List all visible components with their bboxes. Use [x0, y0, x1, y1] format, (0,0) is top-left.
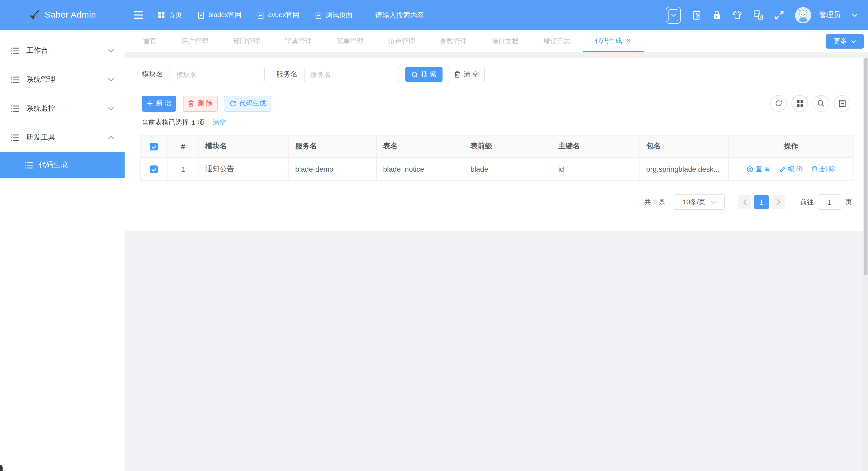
tool-button[interactable]	[692, 10, 702, 20]
page-size-select[interactable]: 10条/页	[674, 194, 725, 210]
more-tabs-button[interactable]: 更多	[826, 34, 864, 49]
user-avatar[interactable]	[795, 7, 811, 23]
tab-menu-management[interactable]: 菜单管理	[324, 30, 376, 52]
delete-icon	[811, 165, 818, 173]
add-button[interactable]: 新 增	[142, 95, 176, 112]
column-header-primary-key: 主键名	[552, 135, 640, 157]
sidebar-item-label: 工作台	[26, 46, 48, 55]
tab-parameter-management[interactable]: 参数管理	[428, 30, 479, 52]
search-button[interactable]: 搜 索	[405, 67, 442, 82]
tab-label: 接口文档	[492, 36, 519, 46]
module-name-input[interactable]	[169, 67, 265, 82]
username-label[interactable]: 管理员	[819, 10, 841, 20]
table-header-row: # 模块名 服务名 表名 表前缀 主键名 包名 操作	[141, 135, 853, 157]
tab-code-generation-active[interactable]: 代码生成 ✕	[583, 30, 644, 52]
brand-title: Saber Admin	[44, 10, 96, 20]
code-generate-button[interactable]: 代码生成	[224, 95, 271, 112]
cell-primary-key: id	[552, 157, 640, 181]
tab-label: 参数管理	[440, 36, 467, 46]
cell-index: 1	[167, 157, 199, 181]
delete-action-label: 删 除	[820, 164, 835, 174]
refresh-icon	[229, 100, 236, 107]
refresh-icon	[775, 100, 782, 107]
menu-list-icon	[11, 134, 20, 142]
cell-table-prefix: blade_	[464, 157, 552, 181]
language-button[interactable]: 中 A	[753, 10, 764, 20]
refresh-button[interactable]	[770, 95, 787, 112]
app-header: Saber Admin 首页 bladex官网	[0, 0, 868, 30]
clear-button[interactable]: 清 空	[448, 67, 485, 82]
sidebar-item-workbench[interactable]: 工作台	[0, 36, 125, 65]
menu-list-icon	[24, 161, 33, 169]
content-card: 模块名 服务名 搜 索 清 空 新 增 删 除	[125, 58, 863, 231]
top-menu-label: avuex官网	[268, 10, 299, 20]
goto-label: 前往	[800, 197, 814, 207]
tab-dictionary-management[interactable]: 字典管理	[273, 30, 324, 52]
doc-icon	[197, 11, 205, 19]
top-menu-item-bladex[interactable]: bladex官网	[197, 10, 242, 20]
pagination-total: 共 1 条	[644, 197, 665, 207]
tab-label: 菜单管理	[337, 36, 364, 46]
column-header-table-name: 表名	[377, 135, 464, 157]
theme-button[interactable]	[732, 10, 742, 20]
select-all-checkbox[interactable]	[150, 143, 158, 151]
view-action[interactable]: 查 看	[746, 164, 771, 174]
tab-department-management[interactable]: 部门管理	[221, 30, 273, 52]
column-settings-button[interactable]	[834, 95, 850, 112]
edit-action[interactable]: 编 辑	[779, 164, 803, 174]
row-checkbox[interactable]	[150, 166, 158, 174]
edit-icon	[779, 166, 785, 172]
table-toolbar: 新 增 删 除 代码生成	[142, 95, 850, 112]
chevron-left-icon	[743, 199, 747, 205]
menu-list-icon	[11, 105, 20, 113]
next-page-button[interactable]	[772, 195, 785, 210]
sidebar-item-dev-tools[interactable]: 研发工具	[0, 123, 125, 152]
tab-label: 用户管理	[182, 36, 208, 46]
tab-user-management[interactable]: 用户管理	[169, 30, 221, 52]
delete-action[interactable]: 删 除	[811, 164, 835, 174]
page-size-value: 10条/页	[683, 197, 705, 207]
edit-action-label: 编 辑	[787, 164, 803, 174]
search-toggle-button[interactable]	[813, 95, 829, 112]
fullscreen-button[interactable]	[774, 10, 784, 20]
close-icon[interactable]: ✕	[626, 37, 631, 44]
service-name-input[interactable]	[304, 67, 399, 82]
tab-label: 代码生成	[595, 36, 622, 45]
top-bar: 首页 bladex官网 avuex官网	[125, 0, 868, 30]
top-menu-item-home[interactable]: 首页	[158, 10, 182, 20]
delete-button[interactable]: 删 除	[183, 95, 218, 112]
user-menu-chevron-icon[interactable]	[851, 13, 858, 17]
page-button-1[interactable]: 1	[754, 195, 769, 210]
grid-icon	[158, 11, 165, 19]
lock-button[interactable]	[712, 10, 721, 20]
sidebar-item-label: 研发工具	[26, 133, 55, 142]
top-menu-label: bladex官网	[208, 10, 242, 20]
tab-label: 字典管理	[285, 36, 312, 46]
sidebar-item-code-generation[interactable]: 代码生成	[0, 152, 125, 178]
tab-api-docs[interactable]: 接口文档	[479, 30, 531, 52]
selection-clear-link[interactable]: 清空	[213, 118, 226, 127]
tab-error-log[interactable]: 错误日志	[531, 30, 583, 52]
chevron-up-icon	[108, 135, 114, 139]
chevron-down-icon	[851, 39, 856, 43]
more-button-label: 更多	[834, 37, 847, 46]
trash-icon	[454, 71, 460, 78]
top-menu-item-test-page[interactable]: 测试页面	[315, 10, 352, 20]
tab-role-management[interactable]: 角色管理	[376, 30, 428, 52]
goto-unit-label: 页	[845, 197, 852, 207]
top-dropdown-button[interactable]	[666, 6, 681, 24]
global-search-input[interactable]	[374, 10, 485, 20]
layout-grid-button[interactable]	[792, 95, 808, 112]
tab-home[interactable]: 首页	[131, 30, 169, 52]
scrollbar[interactable]	[863, 58, 868, 471]
sidebar-item-system-monitor[interactable]: 系统监控	[0, 94, 125, 123]
sidebar: 工作台 系统管理 系统监控 研发工具	[0, 30, 125, 471]
prev-page-button[interactable]	[738, 195, 751, 210]
top-menu-item-avuex[interactable]: avuex官网	[257, 10, 299, 20]
sidebar-collapse-button[interactable]	[134, 11, 143, 19]
avatar-image-icon	[795, 7, 811, 23]
fullscreen-icon	[774, 10, 784, 20]
goto-page-input[interactable]	[818, 194, 841, 210]
scrollbar-thumb[interactable]	[864, 58, 867, 275]
sidebar-item-system-management[interactable]: 系统管理	[0, 65, 125, 94]
